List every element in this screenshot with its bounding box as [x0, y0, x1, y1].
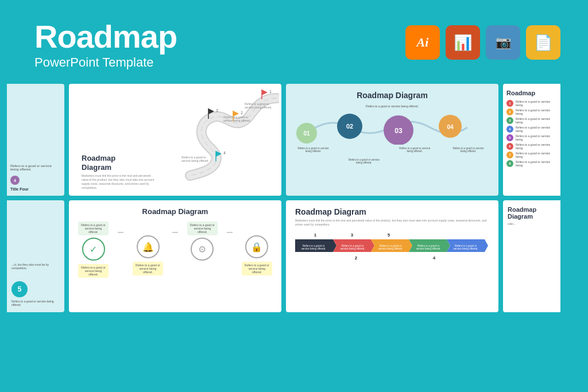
badge-2: 2 [506, 108, 513, 115]
list-item: 8 Refers to a good or service being [506, 160, 557, 167]
svg-text:service being offered.: service being offered. [181, 159, 209, 162]
slide4-title: Roadmap Diagram [78, 207, 272, 216]
badge-4: 4 [506, 126, 513, 133]
svg-text:service being offered.: service being offered. [223, 119, 251, 122]
svg-text:service being offered.: service being offered. [341, 247, 365, 250]
list-item: 2 Refers to a good or service being [506, 108, 557, 115]
subtitle: PowerPoint Template [34, 55, 177, 70]
item-text-7: Refers to a good or service being [516, 152, 557, 158]
icon-label-bottom-2: Refers to a good or service being offere… [133, 262, 163, 275]
circles-path: 01 02 03 04 [295, 110, 490, 145]
item-text-3: Refers to a good or service being [516, 117, 557, 124]
svg-text:4: 4 [223, 151, 226, 155]
powerpoint-icon: 📊 [446, 25, 480, 60]
icons-flow: Refers to a good or service being offere… [78, 222, 272, 278]
svg-text:04: 04 [447, 124, 454, 130]
icon-label-top-3: Refers to a good or service being offere… [187, 222, 218, 235]
badge-7: 7 [506, 152, 513, 158]
slide-bl-text: Refers to a good or service being offere… [11, 300, 60, 306]
list-items: 1 Refers to a good or service being 2 Re… [506, 100, 557, 167]
list-item: 5 Refers to a good or service being [506, 134, 557, 141]
badge-1: 1 [506, 100, 513, 107]
slide-arrows: Roadmap Diagram Marketers must link the … [286, 200, 498, 312]
list-item: 1 Refers to a good or service being [506, 100, 557, 107]
svg-text:service being offered.: service being offered. [245, 106, 272, 109]
icon-item-3: Refers to a good or service being offere… [187, 222, 218, 274]
badge-5: 5 [506, 134, 513, 141]
badge-6: 6 [506, 143, 513, 150]
arrows-svg: Refers to a good or service being offere… [295, 239, 489, 252]
slide-br-partial: Roadmap Diagram refer... [503, 200, 560, 312]
icon-circle-3: ⚙ [191, 238, 214, 261]
main-title: Roadmap [34, 21, 177, 53]
slide-icons: Roadmap Diagram Refers to a good or serv… [69, 200, 281, 312]
icon-circle-2: 🔔 [137, 235, 160, 258]
arrow-bottom-nums: 2 4 [295, 255, 489, 261]
svg-text:service being offered.: service being offered. [301, 247, 326, 250]
svg-text:02: 02 [346, 123, 353, 130]
slide3-title: Roadmap [506, 90, 557, 96]
connector-2 [172, 232, 178, 233]
slide-bl-number: 5 [11, 281, 28, 297]
gslides-icon: 📄 [526, 25, 560, 60]
connector-1 [118, 232, 123, 233]
icon-circle-4: 🔒 [245, 235, 268, 258]
num-2: 2 [336, 255, 376, 261]
circle-label-1: Refers to a good or service being offere… [297, 147, 329, 164]
item-text-4: Refers to a good or service being [516, 126, 557, 133]
slide-tl-title: Title Four [10, 187, 61, 191]
list-item: 3 Refers to a good or service being [506, 117, 557, 124]
icon-item-1: Refers to a good or service being offere… [78, 222, 109, 278]
svg-text:service being offered.: service being offered. [454, 247, 478, 250]
circle-label-4: Refers to a good or service being offere… [450, 147, 487, 164]
list-item: 6 Refers to a good or service being [506, 143, 557, 150]
ai-icon: Ai [405, 25, 440, 60]
num-5: 5 [371, 232, 407, 238]
slide-br-title: Roadmap Diagram [508, 206, 556, 220]
svg-text:2: 2 [241, 111, 243, 115]
item-text-5: Refers to a good or service being [516, 134, 557, 141]
slide-bl-partial: ...ct, but they also must be by competit… [7, 200, 64, 312]
icon-item-2: 🔔 Refers to a good or service being offe… [133, 222, 163, 275]
badge-8: 8 [506, 160, 513, 167]
slide-bl-upper-text: ...ct, but they also must be by competit… [11, 263, 60, 270]
svg-text:03: 03 [394, 127, 403, 135]
slides-grid: Refers to a good or service being offere… [0, 84, 588, 312]
title-block: Roadmap PowerPoint Template [34, 21, 177, 70]
slide-tl-partial: Refers to a good or service being offere… [7, 84, 64, 196]
slide-circles: Roadmap Diagram Refers to a good or serv… [286, 84, 498, 196]
slide1-desc: Marketers must link the price to the rea… [82, 174, 156, 190]
item-text-1: Refers to a good or service being [516, 100, 557, 107]
slide5-desc: Marketers must link the price to the rea… [295, 219, 489, 227]
item-text-6: Refers to a good or service being [516, 143, 557, 150]
slide5-title: Roadmap Diagram [295, 207, 489, 216]
item-text-8: Refers to a good or service being [516, 160, 557, 167]
num-3: 3 [334, 232, 370, 238]
num-1: 1 [297, 232, 333, 238]
circle-label-3: Refers to a good or service being offere… [399, 147, 431, 164]
road-diagram: 1 2 3 4 Refers to a good or service bein [161, 87, 279, 181]
svg-text:service being offered.: service being offered. [416, 247, 441, 250]
slide2-title: Roadmap Diagram [295, 91, 489, 100]
slide-tl-num-row: 4 [10, 176, 61, 185]
item-text-2: Refers to a good or service being [516, 108, 557, 115]
badge-3: 3 [506, 117, 513, 124]
icon-label-bottom-1: Refers to a good or service being offere… [78, 264, 109, 278]
app-icons-row: Ai 📊 📷 📄 [405, 25, 560, 60]
slide-br-text: refer... [508, 222, 556, 226]
slide2-top-label: Refers to a good or service being offere… [295, 104, 489, 108]
num-4: 4 [415, 255, 454, 261]
slide-road: 1 2 3 4 Refers to a good or service bein [69, 84, 281, 196]
slide-list-partial: Roadmap 1 Refers to a good or service be… [503, 84, 560, 196]
keynote-icon: 📷 [486, 25, 520, 60]
icon-label-top-1: Refers to a good or service being offere… [78, 222, 109, 235]
slide-tl-badge: 4 [10, 176, 20, 185]
arrows-container: Refers to a good or service being offere… [295, 239, 489, 254]
icon-item-4: 🔒 Refers to a good or service being offe… [242, 222, 272, 275]
svg-text:3: 3 [216, 108, 218, 112]
svg-text:01: 01 [303, 130, 310, 137]
connector-3 [227, 232, 233, 233]
svg-text:1: 1 [269, 90, 272, 94]
slide-tl-text: Refers to a good or service being offere… [10, 164, 61, 171]
list-item: 4 Refers to a good or service being [506, 126, 557, 133]
